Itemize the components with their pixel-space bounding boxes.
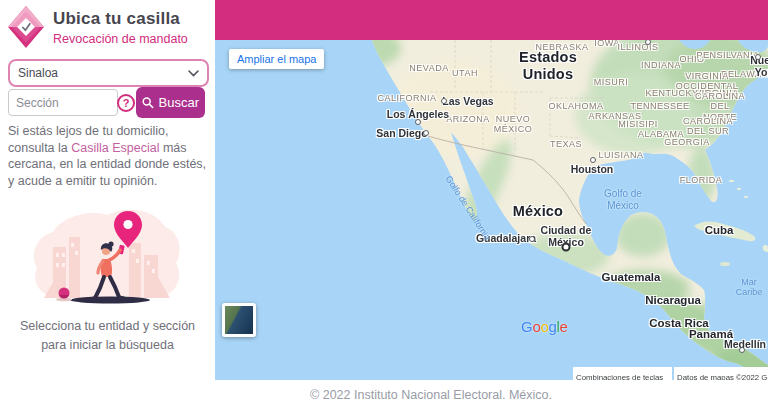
- copyright-text: © 2022 Instituto Nacional Electoral. Méx…: [310, 388, 552, 402]
- google-logo-letter: g: [548, 318, 556, 335]
- help-icon[interactable]: ?: [117, 94, 135, 112]
- google-logo[interactable]: Google: [521, 318, 568, 335]
- google-logo-letter: e: [560, 318, 568, 335]
- search-button-label: Buscar: [159, 95, 199, 110]
- info-text: Si estás lejos de tu domicilio, consulta…: [8, 123, 209, 189]
- expand-map-button[interactable]: Ampliar el mapa: [229, 49, 324, 69]
- app-title: Ubica tu casilla: [53, 9, 188, 29]
- map-land-art: [215, 40, 768, 380]
- page: Ubica tu casilla Revocación de mandato S…: [0, 0, 768, 419]
- special-casilla-link[interactable]: Casilla Especial: [71, 141, 159, 155]
- chevron-down-icon: [188, 70, 199, 77]
- keyboard-shortcuts-button[interactable]: Combinaciones de teclas: [573, 367, 672, 380]
- state-select-value: Sinaloa: [18, 66, 58, 80]
- satellite-view-toggle[interactable]: [222, 303, 256, 337]
- search-button[interactable]: Buscar: [136, 87, 205, 118]
- section-input[interactable]: [8, 89, 118, 116]
- search-icon: [142, 96, 154, 109]
- illustration: [26, 203, 188, 315]
- state-select[interactable]: Sinaloa: [8, 59, 209, 87]
- hint-text: Selecciona tu entidad y sección para ini…: [0, 317, 215, 355]
- map-data-attribution: Datos de mapas ©2022 Go: [674, 367, 768, 380]
- ballot-box-logo-icon: [8, 6, 44, 48]
- brand: Ubica tu casilla Revocación de mandato: [8, 6, 188, 48]
- app-subtitle: Revocación de mandato: [53, 32, 188, 46]
- map-canvas[interactable]: Estados UnidosMéxicoGuatemalaNicaraguaCo…: [215, 40, 768, 380]
- google-logo-letter: G: [521, 318, 532, 335]
- map-header-bar: [215, 0, 768, 40]
- map-area: Estados UnidosMéxicoGuatemalaNicaraguaCo…: [215, 0, 768, 380]
- sidebar: Ubica tu casilla Revocación de mandato S…: [0, 0, 215, 419]
